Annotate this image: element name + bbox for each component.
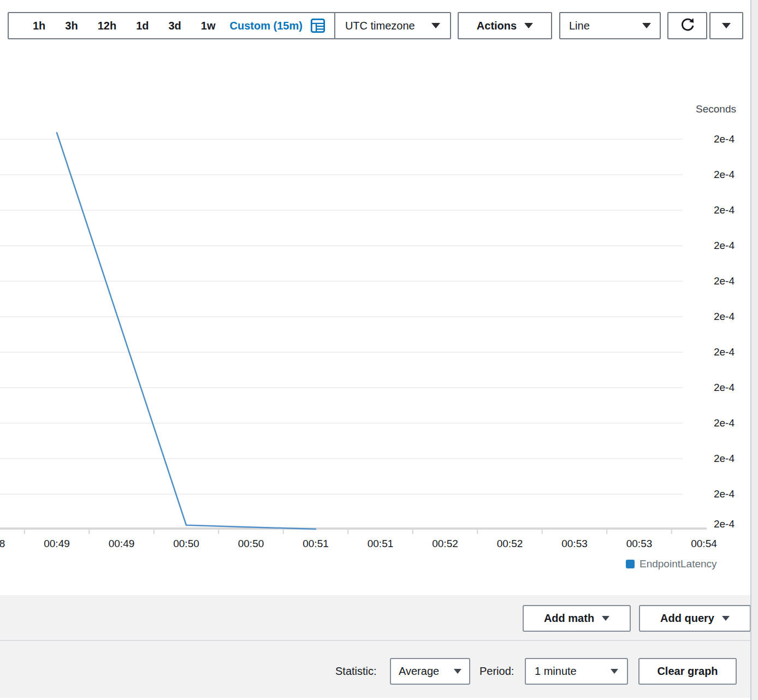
chevron-down-icon — [454, 669, 461, 674]
refresh-icon — [679, 16, 696, 36]
chevron-down-icon — [524, 23, 533, 28]
period-label: Period: — [479, 658, 514, 684]
time-range-12h[interactable]: 12h — [98, 20, 116, 32]
statistic-value: Average — [399, 665, 439, 678]
time-range-3h[interactable]: 3h — [65, 20, 78, 32]
y-tick-label: 2e-4 — [655, 275, 735, 287]
add-query-button[interactable]: Add query — [639, 605, 751, 632]
period-value: 1 minute — [535, 665, 577, 678]
clear-graph-button[interactable]: Clear graph — [638, 658, 737, 685]
chart-type-dropdown[interactable]: Line — [559, 12, 661, 39]
y-tick-label: 2e-4 — [655, 488, 735, 500]
y-axis-unit: Seconds — [601, 103, 736, 115]
time-range-list: 1h 3h 12h 1d 3d 1w — [9, 20, 216, 32]
y-tick-label: 2e-4 — [655, 518, 735, 530]
chart-type-label: Line — [569, 20, 590, 32]
series-line-EndpointLatency[interactable] — [57, 133, 316, 529]
y-tick-label: 2e-4 — [655, 382, 735, 394]
actions-label: Actions — [477, 20, 517, 32]
chevron-down-icon — [431, 23, 440, 28]
chevron-down-icon — [602, 616, 609, 621]
chevron-down-icon — [722, 23, 731, 28]
period-dropdown[interactable]: 1 minute — [525, 658, 628, 685]
footer-divider — [0, 640, 753, 641]
y-tick-label: 2e-4 — [655, 204, 735, 216]
time-range-1d[interactable]: 1d — [136, 20, 149, 32]
y-tick-label: 2e-4 — [655, 453, 735, 465]
x-tick-label: 00:50 — [160, 538, 212, 550]
legend-color-swatch — [626, 560, 635, 568]
y-tick-label: 2e-4 — [655, 311, 735, 323]
metric-chart: Seconds 2e-42e-42e-42e-42e-42e-42e-42e-4… — [0, 50, 758, 595]
add-math-button[interactable]: Add math — [523, 605, 631, 632]
y-tick-label: 2e-4 — [655, 346, 735, 358]
timezone-label: UTC timezone — [345, 20, 415, 32]
graphed-metrics-footer: Add math Add query Statistic: Average Pe… — [0, 595, 758, 698]
chevron-down-icon — [722, 616, 730, 621]
y-tick-label: 2e-4 — [655, 417, 735, 429]
actions-dropdown[interactable]: Actions — [458, 12, 552, 39]
time-range-1h[interactable]: 1h — [33, 20, 45, 32]
time-range-group: 1h 3h 12h 1d 3d 1w Custom (15m) UTC time… — [8, 12, 451, 39]
x-tick-label: 00:52 — [484, 538, 536, 550]
calendar-icon[interactable] — [310, 18, 325, 33]
statistic-dropdown[interactable]: Average — [390, 658, 470, 685]
chevron-down-icon — [611, 669, 618, 674]
cloudwatch-graph-panel: 1h 3h 12h 1d 3d 1w Custom (15m) UTC time… — [0, 0, 758, 700]
timezone-dropdown[interactable]: UTC timezone — [335, 20, 450, 32]
x-tick-label: 00:51 — [354, 538, 407, 550]
x-tick-label: 00:48 — [0, 538, 19, 550]
x-tick-label: 00:50 — [225, 538, 277, 550]
x-tick-label: 00:53 — [613, 538, 666, 550]
custom-time-range-link[interactable]: Custom (15m) — [230, 20, 303, 32]
time-range-1w[interactable]: 1w — [201, 20, 216, 32]
x-tick-label: 00:51 — [289, 538, 342, 550]
time-range-3d[interactable]: 3d — [169, 20, 181, 32]
y-tick-label: 2e-4 — [655, 169, 735, 181]
refresh-button[interactable] — [667, 12, 707, 39]
add-math-label: Add math — [544, 612, 594, 625]
refresh-options-dropdown[interactable] — [709, 12, 743, 39]
x-tick-label: 00:49 — [31, 538, 83, 550]
legend-label: EndpointLatency — [639, 558, 717, 570]
x-tick-label: 00:53 — [548, 538, 601, 550]
clear-graph-label: Clear graph — [657, 665, 718, 678]
chevron-down-icon — [642, 23, 651, 28]
add-query-label: Add query — [660, 612, 714, 625]
chart-legend[interactable]: EndpointLatency — [626, 558, 717, 570]
y-tick-label: 2e-4 — [655, 133, 735, 145]
x-tick-label: 00:54 — [678, 538, 730, 550]
y-tick-label: 2e-4 — [655, 240, 735, 252]
statistic-label: Statistic: — [335, 658, 377, 684]
x-tick-label: 00:52 — [419, 538, 471, 550]
x-tick-label: 00:49 — [96, 538, 148, 550]
chart-plot-area[interactable] — [0, 50, 758, 595]
scrollbar-track[interactable] — [751, 0, 758, 700]
